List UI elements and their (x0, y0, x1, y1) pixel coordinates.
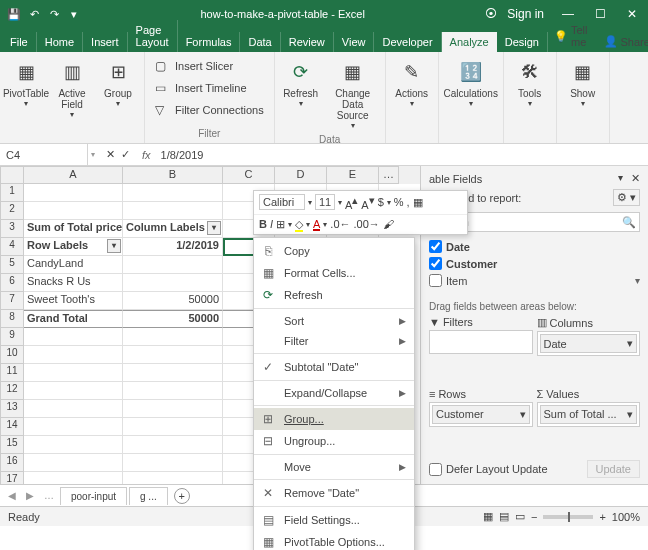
pivottable-button[interactable]: ▦PivotTable▾ (4, 54, 48, 112)
actions-button[interactable]: ✎Actions▾ (390, 54, 434, 112)
view-break-icon[interactable]: ▭ (515, 510, 525, 523)
cell[interactable]: 1/2/2019 (123, 238, 223, 256)
italic-icon[interactable]: I (270, 218, 273, 230)
menu-copy[interactable]: ⎘Copy (254, 240, 414, 262)
account-icon[interactable]: ⦿ (485, 7, 497, 21)
tab-data[interactable]: Data (240, 32, 280, 52)
row-header[interactable]: 2 (0, 202, 24, 220)
chevron-down-icon[interactable]: ▾ (627, 337, 633, 350)
row-pill-customer[interactable]: Customer▾ (432, 405, 530, 424)
name-box[interactable]: C4 (0, 144, 88, 165)
menu-refresh[interactable]: ⟳Refresh (254, 284, 414, 306)
cell[interactable]: Snacks R Us (24, 274, 123, 292)
close-icon[interactable]: ✕ (616, 0, 648, 28)
cell[interactable]: Sweet Tooth's (24, 292, 123, 310)
values-area[interactable]: Sum of Total ...▾ (537, 402, 641, 427)
tab-developer[interactable]: Developer (374, 32, 441, 52)
insert-timeline-button[interactable]: ▭Insert Timeline (151, 78, 268, 98)
change-data-source-button[interactable]: ▦Change Data Source▾ (325, 54, 381, 134)
row-header[interactable]: 9 (0, 328, 24, 346)
menu-ungroup[interactable]: ⊟Ungroup... (254, 430, 414, 452)
fill-color-icon[interactable]: ◇ (295, 218, 303, 231)
table-icon[interactable]: ▦ (413, 196, 423, 209)
row-header[interactable]: 11 (0, 364, 24, 382)
col-header-a[interactable]: A (24, 166, 123, 184)
enter-formula-icon[interactable]: ✓ (121, 148, 130, 161)
col-scroll-icon[interactable]: … (379, 166, 399, 184)
select-all-corner[interactable] (0, 166, 24, 184)
filter-dropdown-icon[interactable]: ▾ (207, 221, 221, 235)
col-header-c[interactable]: C (223, 166, 275, 184)
row-header[interactable]: 5 (0, 256, 24, 274)
qat-customize-icon[interactable]: ▾ (66, 6, 82, 22)
field-checkbox[interactable] (429, 274, 442, 287)
cancel-formula-icon[interactable]: ✕ (106, 148, 115, 161)
menu-format-cells[interactable]: ▦Format Cells... (254, 262, 414, 284)
row-header[interactable]: 13 (0, 400, 24, 418)
cell[interactable]: CandyLand (24, 256, 123, 274)
row-header[interactable]: 1 (0, 184, 24, 202)
expand-icon[interactable]: ▾ (635, 275, 640, 286)
sheet-tab[interactable]: poor-input (60, 487, 127, 505)
field-checkbox[interactable] (429, 240, 442, 253)
row-header[interactable]: 3 (0, 220, 24, 238)
increase-font-icon[interactable]: A▴ (345, 194, 358, 211)
field-item-item[interactable]: Item▾ (429, 272, 640, 289)
cell[interactable]: 50000 (123, 292, 223, 310)
menu-expand-collapse[interactable]: Expand/Collapse▶ (254, 383, 414, 403)
borders-icon[interactable]: ⊞ (276, 218, 285, 231)
name-box-dropdown-icon[interactable]: ▾ (88, 150, 98, 159)
add-sheet-icon[interactable]: + (174, 488, 190, 504)
filter-dropdown-icon[interactable]: ▾ (107, 239, 121, 253)
column-pill-date[interactable]: Date▾ (540, 334, 638, 353)
redo-icon[interactable]: ↷ (46, 6, 62, 22)
tab-review[interactable]: Review (281, 32, 334, 52)
cell[interactable]: Column Labels▾ (123, 220, 223, 238)
zoom-level[interactable]: 100% (612, 511, 640, 523)
gear-icon[interactable]: ⚙ ▾ (613, 189, 640, 206)
bold-icon[interactable]: B (259, 218, 267, 230)
insert-slicer-button[interactable]: ▢Insert Slicer (151, 56, 268, 76)
chevron-down-icon[interactable]: ▾ (627, 408, 633, 421)
view-page-icon[interactable]: ▤ (499, 510, 509, 523)
menu-group[interactable]: ⊞Group... (254, 408, 414, 430)
tab-design[interactable]: Design (497, 32, 548, 52)
save-icon[interactable]: 💾 (6, 6, 22, 22)
font-family-selector[interactable]: Calibri (259, 194, 305, 210)
update-button[interactable]: Update (587, 460, 640, 478)
col-header-e[interactable]: E (327, 166, 379, 184)
menu-move[interactable]: Move▶ (254, 457, 414, 477)
row-header[interactable]: 16 (0, 454, 24, 472)
menu-remove[interactable]: ✕Remove "Date" (254, 482, 414, 504)
columns-area[interactable]: Date▾ (537, 331, 641, 356)
show-button[interactable]: ▦Show▾ (561, 54, 605, 112)
tab-view[interactable]: View (334, 32, 375, 52)
sheet-nav-more-icon[interactable]: … (40, 490, 58, 501)
row-header[interactable]: 14 (0, 418, 24, 436)
tell-me[interactable]: 💡Tell me (548, 20, 594, 52)
decrease-font-icon[interactable]: A▾ (361, 194, 374, 211)
tab-insert[interactable]: Insert (83, 32, 128, 52)
field-item-date[interactable]: Date (429, 238, 640, 255)
calculations-button[interactable]: 🔢Calculations▾ (443, 54, 499, 112)
row-header[interactable]: 17 (0, 472, 24, 484)
rows-area[interactable]: Customer▾ (429, 402, 533, 427)
menu-pivottable-options[interactable]: ▦PivotTable Options... (254, 531, 414, 550)
value-pill-sum[interactable]: Sum of Total ...▾ (540, 405, 638, 424)
menu-filter[interactable]: Filter▶ (254, 331, 414, 351)
row-header[interactable]: 10 (0, 346, 24, 364)
sign-in-link[interactable]: Sign in (507, 7, 544, 21)
share-button[interactable]: 👤Share (594, 31, 649, 52)
cell[interactable]: Sum of Total price (24, 220, 123, 238)
decrease-decimal-icon[interactable]: .0← (330, 218, 350, 230)
chevron-down-icon[interactable]: ▾ (520, 408, 526, 421)
undo-icon[interactable]: ↶ (26, 6, 42, 22)
row-header[interactable]: 6 (0, 274, 24, 292)
font-color-icon[interactable]: A (313, 218, 320, 230)
row-header[interactable]: 15 (0, 436, 24, 454)
format-painter-icon[interactable]: 🖌 (383, 218, 394, 230)
row-header[interactable]: 4 (0, 238, 24, 256)
filters-area[interactable] (429, 330, 533, 354)
cell[interactable]: Row Labels▾ (24, 238, 123, 256)
pane-close-icon[interactable]: ✕ (631, 172, 640, 185)
